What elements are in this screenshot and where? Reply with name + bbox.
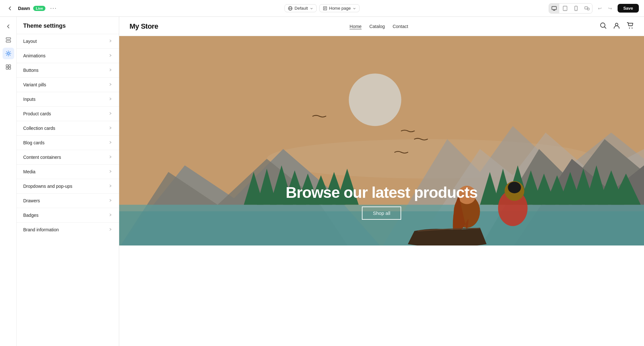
svg-point-22 <box>349 73 401 126</box>
page-label: Home page <box>329 6 351 11</box>
svg-rect-11 <box>6 41 11 42</box>
custom-view-button[interactable] <box>582 4 592 13</box>
svg-point-12 <box>7 53 9 54</box>
cart-icon[interactable] <box>627 22 634 31</box>
settings-item-dropdowns[interactable]: Dropdowns and pop-ups <box>17 179 119 193</box>
settings-item-label-dropdowns: Dropdowns and pop-ups <box>23 184 72 189</box>
settings-item-label-drawers: Drawers <box>23 198 40 203</box>
nav-icon-blocks[interactable] <box>3 61 14 73</box>
chevron-icon-buttons <box>109 68 112 73</box>
undo-redo-controls: ↩ ↪ <box>595 4 615 13</box>
view-mode-buttons <box>549 3 592 14</box>
svg-rect-16 <box>9 67 11 69</box>
settings-item-drawers[interactable]: Drawers <box>17 193 119 208</box>
chevron-icon-blog-cards <box>109 140 112 145</box>
chevron-icon-drawers <box>109 198 112 203</box>
chevron-icon-brand-information <box>109 227 112 232</box>
settings-item-label-variant-pills: Variant pills <box>23 82 46 87</box>
svg-rect-3 <box>552 6 556 10</box>
settings-item-label-badges: Badges <box>23 213 38 218</box>
chevron-icon-product-cards <box>109 111 112 116</box>
settings-item-layout[interactable]: Layout <box>17 34 119 48</box>
nav-catalog[interactable]: Catalog <box>369 24 385 29</box>
store-nav: Home Catalog Contact <box>350 24 408 29</box>
topbar: Dawn Live ··· Default Home page <box>0 0 644 17</box>
search-icon[interactable] <box>600 22 607 31</box>
settings-item-content-containers[interactable]: Content containers <box>17 150 119 164</box>
settings-item-label-buttons: Buttons <box>23 68 38 73</box>
undo-button[interactable]: ↩ <box>595 4 605 13</box>
settings-item-badges[interactable]: Badges <box>17 208 119 222</box>
more-button[interactable]: ··· <box>49 4 58 13</box>
settings-item-collection-cards[interactable]: Collection cards <box>17 121 119 135</box>
preview-frame: My Store Home Catalog Contact <box>119 17 644 346</box>
tablet-view-button[interactable] <box>560 4 570 13</box>
redo-button[interactable]: ↪ <box>605 4 615 13</box>
hero-title: Browse our latest products <box>286 184 477 201</box>
svg-point-20 <box>631 28 632 29</box>
chevron-icon-collection-cards <box>109 126 112 131</box>
settings-item-animations[interactable]: Animations <box>17 48 119 63</box>
nav-icon-back[interactable] <box>3 21 14 32</box>
chevron-icon-layout <box>109 39 112 44</box>
settings-item-label-inputs: Inputs <box>23 97 35 102</box>
settings-item-label-content-containers: Content containers <box>23 155 61 160</box>
settings-item-variant-pills[interactable]: Variant pills <box>17 77 119 92</box>
settings-item-inputs[interactable]: Inputs <box>17 92 119 106</box>
chevron-icon-media <box>109 169 112 174</box>
settings-item-brand-information[interactable]: Brand information <box>17 222 119 237</box>
chevron-icon-inputs <box>109 97 112 102</box>
settings-item-media[interactable]: Media <box>17 164 119 179</box>
svg-point-7 <box>576 9 576 10</box>
settings-item-label-product-cards: Product cards <box>23 111 51 116</box>
settings-item-product-cards[interactable]: Product cards <box>17 106 119 121</box>
save-button[interactable]: Save <box>618 4 639 13</box>
theme-label: Default <box>294 6 308 11</box>
hero-shop-all-button[interactable]: Shop all <box>362 207 401 220</box>
settings-item-blog-cards[interactable]: Blog cards <box>17 135 119 150</box>
settings-item-label-layout: Layout <box>23 39 37 44</box>
svg-rect-15 <box>6 67 8 69</box>
page-selector[interactable]: Home page <box>319 4 360 12</box>
chevron-icon-content-containers <box>109 155 112 160</box>
svg-point-5 <box>565 9 565 10</box>
back-button[interactable] <box>5 4 15 13</box>
nav-icon-sections[interactable] <box>3 34 14 46</box>
nav-icon-theme-settings[interactable] <box>3 48 14 59</box>
chevron-icon-animations <box>109 53 112 58</box>
desktop-view-button[interactable] <box>549 4 559 13</box>
svg-rect-13 <box>6 65 8 67</box>
hero-text: Browse our latest products Shop all <box>286 184 477 220</box>
chevron-icon-variant-pills <box>109 82 112 87</box>
live-badge: Live <box>33 6 45 11</box>
svg-point-18 <box>615 23 618 26</box>
mobile-view-button[interactable] <box>571 4 581 13</box>
settings-item-label-brand-information: Brand information <box>23 227 59 232</box>
store-logo: My Store <box>130 22 158 31</box>
svg-point-19 <box>629 28 630 29</box>
settings-item-label-animations: Animations <box>23 53 45 58</box>
nav-contact[interactable]: Contact <box>393 24 408 29</box>
nav-home[interactable]: Home <box>350 24 361 29</box>
settings-item-label-blog-cards: Blog cards <box>23 140 44 145</box>
settings-panel: Theme settings Layout Animations Buttons… <box>17 17 119 346</box>
svg-rect-10 <box>6 38 11 39</box>
svg-rect-14 <box>9 65 11 67</box>
settings-item-label-collection-cards: Collection cards <box>23 126 55 131</box>
sidebar-nav <box>0 17 17 346</box>
account-icon[interactable] <box>613 22 620 31</box>
store-header-icons <box>600 22 634 31</box>
chevron-icon-dropdowns <box>109 184 112 189</box>
settings-title: Theme settings <box>23 23 112 29</box>
settings-item-label-media: Media <box>23 169 35 174</box>
hero-banner: Browse our latest products Shop all <box>119 36 644 245</box>
settings-item-buttons[interactable]: Buttons <box>17 63 119 77</box>
store-name-label: Dawn <box>18 6 30 11</box>
preview-area: My Store Home Catalog Contact <box>119 17 644 346</box>
chevron-icon-badges <box>109 213 112 218</box>
svg-rect-49 <box>508 182 521 193</box>
store-header: My Store Home Catalog Contact <box>119 17 644 36</box>
theme-selector[interactable]: Default <box>284 4 316 12</box>
